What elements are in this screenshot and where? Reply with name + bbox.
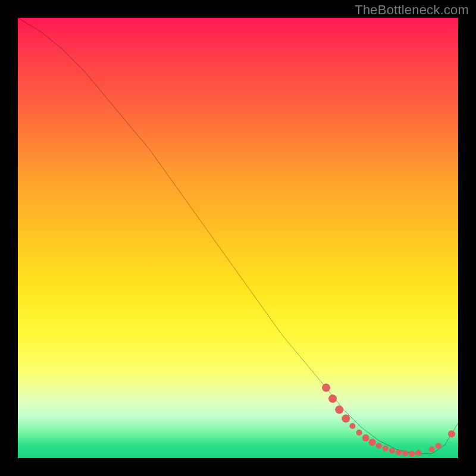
chart-svg <box>18 18 458 458</box>
marker-dot <box>376 443 382 449</box>
marker-dot <box>396 449 402 455</box>
marker-dot <box>415 450 421 456</box>
watermark-text: TheBottleneck.com <box>355 2 469 18</box>
marker-dot <box>369 439 376 446</box>
marker-dot <box>342 414 350 422</box>
chart-stage: TheBottleneck.com <box>0 0 476 476</box>
marker-dot <box>356 430 362 436</box>
marker-dot <box>362 434 369 441</box>
marker-dot <box>328 394 337 403</box>
marker-dot <box>383 446 389 452</box>
plot-area <box>18 18 458 458</box>
marker-dot <box>448 430 455 437</box>
marker-dot <box>409 451 415 457</box>
marker-dot <box>349 423 355 429</box>
marker-dot <box>436 443 441 449</box>
marker-dot <box>335 406 343 414</box>
highlight-markers <box>322 384 455 457</box>
marker-dot <box>389 447 395 453</box>
marker-dot <box>429 446 435 452</box>
bottleneck-curve <box>18 18 458 454</box>
marker-dot <box>402 450 408 456</box>
marker-dot <box>322 384 330 392</box>
